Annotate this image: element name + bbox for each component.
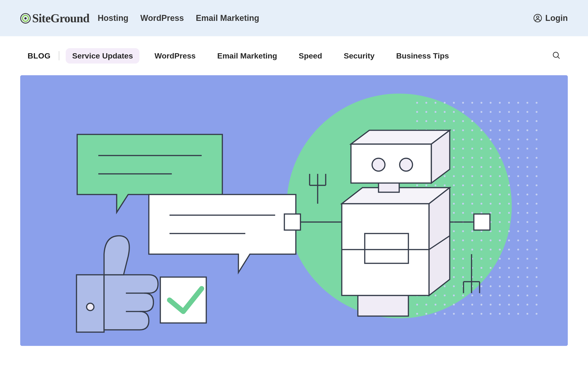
svg-point-44 <box>481 120 482 122</box>
svg-point-243 <box>508 249 510 250</box>
svg-point-16 <box>481 102 482 104</box>
svg-point-333 <box>435 313 436 315</box>
tab-business-tips[interactable]: Business Tips <box>390 48 456 64</box>
tab-wordpress[interactable]: WordPress <box>148 48 202 64</box>
svg-point-265 <box>453 267 455 269</box>
svg-point-332 <box>425 313 427 315</box>
svg-point-305 <box>435 294 436 296</box>
tab-speed[interactable]: Speed <box>292 48 329 64</box>
svg-point-244 <box>517 249 519 250</box>
svg-point-11 <box>435 102 436 104</box>
svg-point-224 <box>462 240 464 241</box>
brand-logo[interactable]: SiteGround <box>20 11 89 25</box>
svg-point-313 <box>508 294 510 296</box>
svg-point-46 <box>499 120 501 122</box>
svg-point-115 <box>490 166 492 168</box>
svg-point-273 <box>527 267 528 269</box>
svg-point-84 <box>462 148 464 150</box>
svg-point-312 <box>499 294 501 296</box>
svg-rect-360 <box>284 214 300 230</box>
svg-point-357 <box>400 158 413 171</box>
svg-point-202 <box>517 221 519 223</box>
svg-point-71 <box>471 139 473 140</box>
svg-point-41 <box>453 120 455 122</box>
svg-point-103 <box>508 157 510 159</box>
svg-point-153 <box>453 194 455 195</box>
svg-point-64 <box>536 129 537 131</box>
svg-point-189 <box>527 212 528 214</box>
svg-point-286 <box>517 276 519 278</box>
search-icon[interactable] <box>552 51 561 60</box>
tab-email-marketing[interactable]: Email Marketing <box>211 48 284 64</box>
svg-point-320 <box>444 304 446 306</box>
svg-point-76 <box>517 139 519 140</box>
nav-wordpress[interactable]: WordPress <box>140 13 184 23</box>
svg-point-238 <box>462 249 464 250</box>
svg-point-70 <box>462 139 464 140</box>
svg-point-57 <box>471 129 473 131</box>
svg-point-306 <box>444 294 446 296</box>
svg-point-300 <box>517 285 519 287</box>
svg-point-327 <box>508 304 510 306</box>
svg-point-48 <box>517 120 519 122</box>
svg-point-155 <box>471 194 473 195</box>
svg-point-112 <box>462 166 464 168</box>
nav-email-marketing[interactable]: Email Marketing <box>196 13 259 23</box>
svg-point-269 <box>490 267 492 269</box>
svg-point-309 <box>471 294 473 296</box>
svg-point-132 <box>517 175 519 177</box>
svg-point-172 <box>499 203 501 205</box>
svg-point-143 <box>490 184 492 186</box>
svg-point-130 <box>499 175 501 177</box>
tab-service-updates[interactable]: Service Updates <box>66 48 139 64</box>
nav-hosting[interactable]: Hosting <box>98 13 128 23</box>
svg-point-256 <box>499 258 501 260</box>
svg-point-25 <box>435 111 436 113</box>
svg-point-62 <box>517 129 519 131</box>
svg-point-140 <box>462 184 464 186</box>
svg-point-33 <box>508 111 510 113</box>
svg-point-38 <box>425 120 427 122</box>
svg-point-284 <box>499 276 501 278</box>
svg-point-19 <box>508 102 510 104</box>
svg-point-321 <box>453 304 455 306</box>
divider <box>59 51 59 60</box>
svg-point-203 <box>527 221 528 223</box>
svg-point-126 <box>462 175 464 177</box>
svg-point-21 <box>527 102 528 104</box>
svg-point-144 <box>499 184 501 186</box>
svg-point-242 <box>499 249 501 250</box>
svg-point-74 <box>499 139 501 140</box>
svg-point-32 <box>499 111 501 113</box>
svg-point-310 <box>481 294 482 296</box>
svg-point-97 <box>453 157 455 159</box>
svg-point-4 <box>536 16 539 18</box>
login-label: Login <box>545 13 568 23</box>
brand-name: SiteGround <box>32 11 89 25</box>
svg-point-350 <box>86 303 94 311</box>
svg-point-17 <box>490 102 492 104</box>
svg-point-91 <box>527 148 528 150</box>
svg-point-124 <box>444 175 446 177</box>
svg-point-26 <box>444 111 446 113</box>
login-link[interactable]: Login <box>533 13 568 23</box>
svg-point-210 <box>462 230 464 232</box>
svg-point-116 <box>499 166 501 168</box>
svg-point-338 <box>481 313 482 315</box>
svg-point-98 <box>462 157 464 159</box>
svg-point-128 <box>481 175 482 177</box>
svg-point-31 <box>490 111 492 113</box>
svg-point-47 <box>508 120 510 122</box>
svg-rect-354 <box>358 295 408 316</box>
svg-point-266 <box>462 267 464 269</box>
svg-point-183 <box>471 212 473 214</box>
svg-point-56 <box>462 129 464 131</box>
svg-point-75 <box>508 139 510 140</box>
svg-point-240 <box>481 249 482 250</box>
svg-point-342 <box>517 313 519 315</box>
svg-point-89 <box>508 148 510 150</box>
svg-point-50 <box>536 120 537 122</box>
tab-security[interactable]: Security <box>337 48 381 64</box>
svg-point-135 <box>416 184 418 186</box>
svg-point-99 <box>471 157 473 159</box>
